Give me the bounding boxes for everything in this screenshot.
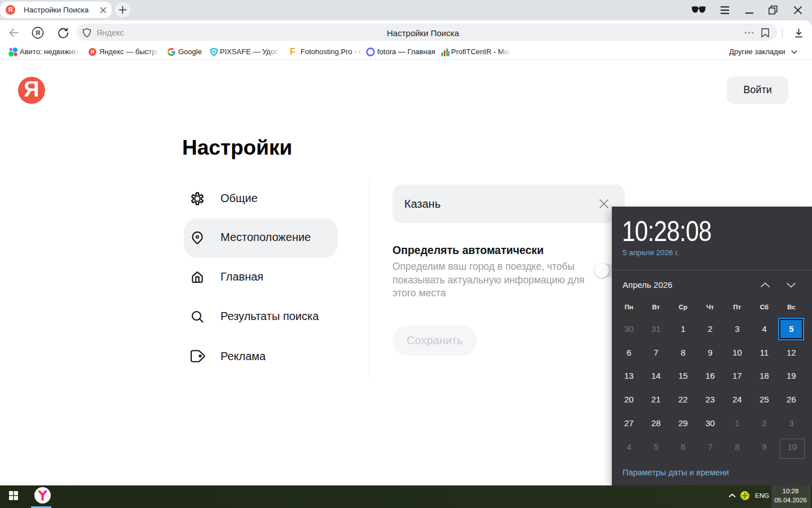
svg-text:Я: Я	[36, 29, 40, 36]
